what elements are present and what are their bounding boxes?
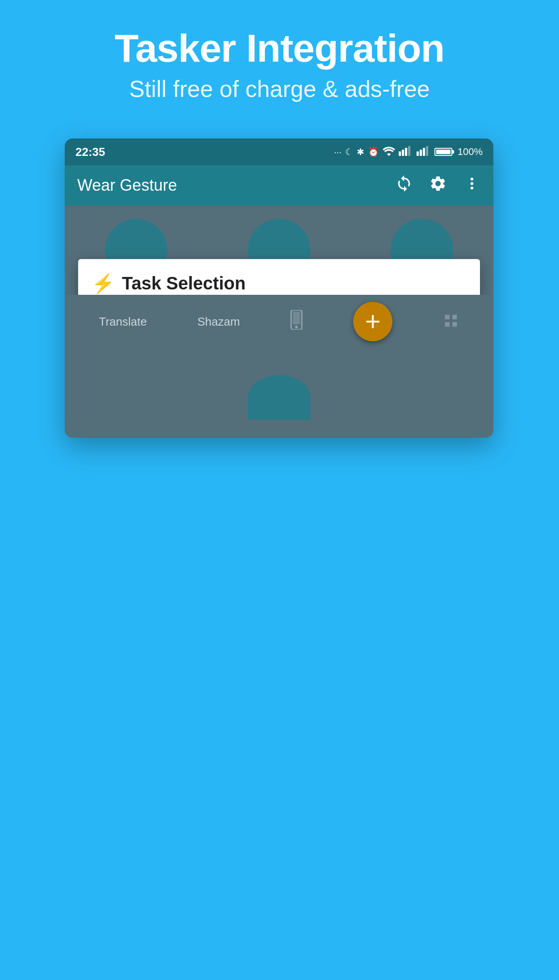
- page-title: Tasker Integration: [9, 27, 550, 70]
- svg-rect-1: [402, 150, 404, 156]
- svg-rect-5: [420, 150, 422, 156]
- svg-rect-2: [405, 148, 407, 156]
- svg-rect-6: [423, 148, 425, 156]
- signal-icon: [399, 146, 413, 158]
- tasker-icon: ⚡: [92, 272, 115, 294]
- svg-rect-0: [399, 151, 401, 156]
- fab-add-button[interactable]: [353, 302, 392, 341]
- shazam-label: Shazam: [197, 315, 240, 329]
- moon-icon: ☾: [345, 147, 353, 157]
- settings-icon[interactable]: [429, 175, 447, 197]
- grid-icon: [443, 313, 459, 331]
- sync-icon[interactable]: [395, 175, 413, 197]
- svg-rect-7: [426, 146, 428, 156]
- status-bar: 22:35 ··· ☾ ✱ ⏰: [65, 138, 493, 165]
- dialog-title: Task Selection: [122, 273, 246, 293]
- phone-lower: [65, 348, 493, 438]
- task-selection-dialog: ⚡ Task Selection Call Alice Lock my phon…: [78, 259, 480, 295]
- svg-rect-3: [408, 146, 410, 156]
- page-header: Tasker Integration Still free of charge …: [0, 0, 559, 120]
- status-icons: ··· ☾ ✱ ⏰: [334, 146, 483, 158]
- app-name: Wear Gesture: [77, 176, 395, 195]
- more-options-icon[interactable]: [463, 175, 481, 197]
- alarm-icon: ⏰: [368, 147, 379, 157]
- dialog-title-row: ⚡ Task Selection: [78, 259, 480, 295]
- svg-rect-15: [293, 312, 300, 324]
- toolbar-icons: [395, 175, 481, 197]
- app-bottom-bar: Translate Shazam: [65, 295, 493, 348]
- status-time: 22:35: [75, 145, 105, 159]
- app-background: ⚡ Task Selection Call Alice Lock my phon…: [65, 205, 493, 295]
- battery-percentage: 100%: [458, 146, 483, 158]
- svg-point-16: [295, 326, 298, 328]
- battery-indicator: 100%: [434, 146, 483, 158]
- app-toolbar: Wear Gesture: [65, 165, 493, 205]
- svg-rect-4: [417, 151, 419, 156]
- lower-circle: [248, 375, 310, 420]
- signal2-icon: [417, 146, 431, 158]
- bluetooth-icon: ✱: [357, 147, 364, 157]
- page-subtitle: Still free of charge & ads-free: [9, 75, 550, 102]
- phone-frame: 22:35 ··· ☾ ✱ ⏰: [65, 138, 493, 438]
- translate-label: Translate: [99, 315, 147, 329]
- dots-icon: ···: [334, 147, 342, 157]
- phone-small-icon: [290, 310, 303, 333]
- wifi-icon: [383, 146, 395, 158]
